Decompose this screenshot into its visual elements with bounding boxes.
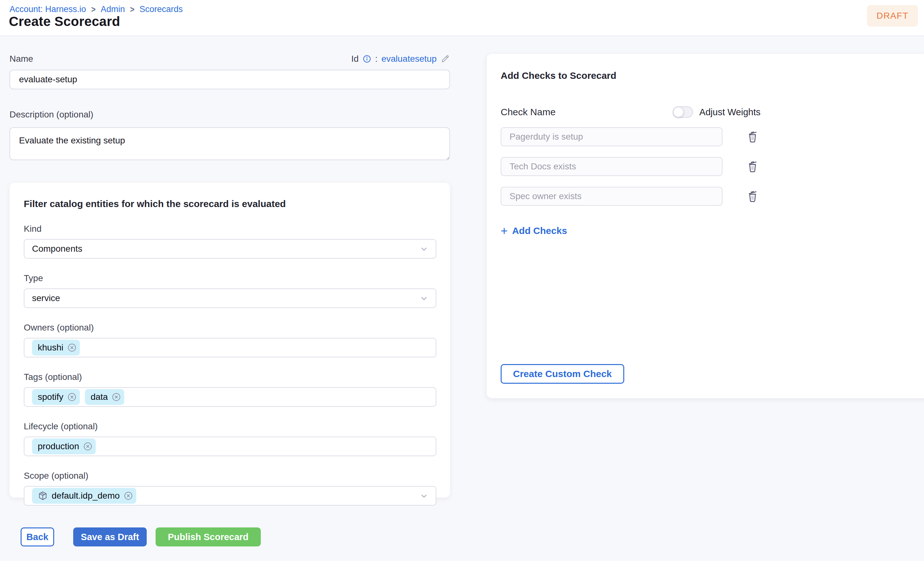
tags-field[interactable]: spotify data [24, 387, 436, 407]
status-badge: DRAFT [867, 5, 918, 27]
trash-icon[interactable] [745, 159, 760, 174]
remove-chip-icon[interactable] [67, 343, 76, 352]
tag-chip-label: data [91, 392, 108, 402]
type-label: Type [24, 273, 436, 283]
breadcrumb-account-link[interactable]: Account: Harness.io [9, 4, 86, 14]
lifecycle-label: Lifecycle (optional) [24, 421, 436, 431]
kind-value: Components [32, 244, 82, 254]
kind-label: Kind [24, 224, 436, 234]
check-name-label: Check Name [501, 107, 555, 117]
remove-chip-icon[interactable] [67, 392, 76, 402]
owner-chip: khushi [32, 340, 80, 356]
scope-chip-label: default.idp_demo [52, 491, 120, 501]
edit-pencil-icon[interactable] [441, 54, 450, 64]
tag-chip-label: spotify [38, 392, 63, 402]
publish-scorecard-button[interactable]: Publish Scorecard [156, 527, 261, 546]
tag-chip: data [85, 389, 124, 405]
remove-chip-icon[interactable] [124, 491, 133, 501]
info-icon[interactable] [363, 54, 371, 63]
back-button[interactable]: Back [21, 527, 54, 546]
id-label: Id [351, 54, 359, 64]
chevron-down-icon [419, 491, 429, 501]
lifecycle-chip: production [32, 438, 96, 454]
scorecard-form: Name Id : evaluatesetup [9, 36, 450, 162]
type-value: service [32, 293, 60, 303]
check-input[interactable] [501, 157, 723, 176]
scope-label: Scope (optional) [24, 471, 436, 481]
check-input[interactable] [501, 187, 723, 206]
description-textarea[interactable]: Evaluate the existing setup [9, 127, 450, 160]
check-input[interactable] [501, 127, 723, 146]
cube-icon [38, 491, 48, 501]
kind-select[interactable]: Components [24, 239, 436, 259]
name-input[interactable] [9, 70, 450, 89]
adjust-weights-label: Adjust Weights [699, 107, 760, 117]
add-checks-title: Add Checks to Scorecard [501, 70, 916, 81]
chevron-down-icon [419, 244, 429, 254]
breadcrumb-admin-link[interactable]: Admin [101, 4, 125, 14]
remove-chip-icon[interactable] [83, 442, 93, 451]
scope-chip: default.idp_demo [32, 488, 136, 504]
remove-chip-icon[interactable] [111, 392, 121, 402]
adjust-weights-toggle[interactable] [673, 106, 693, 118]
add-checks-panel: Add Checks to Scorecard Check Name Adjus… [487, 54, 924, 398]
create-custom-check-button[interactable]: Create Custom Check [501, 364, 624, 384]
id-value-link[interactable]: evaluatesetup [381, 54, 436, 64]
chevron-right-icon: > [91, 4, 96, 14]
trash-icon[interactable] [745, 130, 760, 144]
check-row [501, 187, 916, 206]
owner-chip-label: khushi [38, 343, 63, 353]
trash-icon[interactable] [745, 189, 760, 203]
create-scorecard-page: Account: Harness.io > Admin > Scorecards… [0, 0, 924, 561]
form-actions: Back Save as Draft Publish Scorecard [21, 527, 261, 546]
owners-field[interactable]: khushi [24, 338, 436, 358]
owners-label: Owners (optional) [24, 323, 436, 333]
check-row [501, 157, 916, 176]
add-checks-label: Add Checks [512, 226, 567, 236]
plus-icon: + [501, 226, 508, 236]
chevron-right-icon: > [130, 4, 134, 14]
type-select[interactable]: service [24, 289, 436, 308]
id-colon: : [375, 54, 378, 64]
id-row: Id : evaluatesetup [351, 54, 450, 64]
page-header: Account: Harness.io > Admin > Scorecards… [0, 0, 924, 36]
save-as-draft-button[interactable]: Save as Draft [73, 527, 147, 546]
name-label: Name [9, 54, 33, 64]
chevron-down-icon [419, 293, 429, 303]
page-title: Create Scorecard [9, 14, 120, 29]
description-label: Description (optional) [9, 109, 450, 120]
add-checks-button[interactable]: + Add Checks [501, 226, 567, 236]
toggle-knob [673, 107, 684, 117]
breadcrumb-scorecards-link[interactable]: Scorecards [140, 4, 183, 14]
tag-chip: spotify [32, 389, 80, 405]
filter-card: Filter catalog entities for which the sc… [9, 183, 450, 498]
filter-title: Filter catalog entities for which the sc… [24, 199, 436, 209]
lifecycle-chip-label: production [38, 441, 79, 452]
check-row [501, 127, 916, 146]
lifecycle-field[interactable]: production [24, 437, 436, 456]
breadcrumb: Account: Harness.io > Admin > Scorecards [9, 4, 183, 14]
scope-select[interactable]: default.idp_demo [24, 486, 436, 506]
tags-label: Tags (optional) [24, 372, 436, 382]
